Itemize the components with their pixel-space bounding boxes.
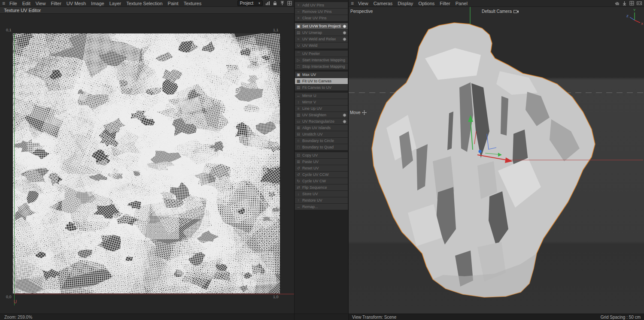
menu-filter[interactable]: Filter	[437, 0, 453, 7]
uv-canvas[interactable]	[13, 33, 280, 293]
gear-icon[interactable]	[343, 113, 346, 117]
viewport-menu: ViewCamerasDisplayOptionsFilterPanel	[355, 0, 470, 7]
cmd-label: Cycle UV CW	[302, 179, 346, 183]
move-icon	[362, 110, 367, 115]
cmd-copy-uv: ⊡Copy UV	[295, 152, 348, 158]
gear-icon[interactable]	[343, 37, 346, 41]
u-axis-line	[14, 294, 294, 294]
menu-edit[interactable]: Edit	[20, 0, 33, 7]
remap-icon: →	[296, 205, 301, 209]
cmd-label: Copy UV	[302, 153, 346, 157]
cmd-label: Cycle UV CCW	[302, 172, 346, 177]
viewport-scene[interactable]: Y Z X	[349, 7, 643, 314]
menu-image[interactable]: Image	[88, 0, 107, 7]
cmd-set-uvw-from-projection[interactable]: ▣Set UVW from Projection	[295, 23, 348, 29]
gear-icon[interactable]	[343, 120, 346, 124]
cmd-max-uv[interactable]: ▣Max UV	[295, 72, 348, 78]
cmd-label: Mirror U	[302, 94, 346, 98]
grab-icon[interactable]	[615, 1, 620, 6]
snapshot-icon[interactable]	[280, 1, 285, 6]
menu-view[interactable]: View	[355, 0, 371, 7]
cmd-label: Set UVW from Projection	[302, 24, 341, 28]
cmd-label: Store UV	[302, 192, 346, 196]
menu-uv-mesh[interactable]: UV Mesh	[64, 0, 88, 7]
menu-view[interactable]: View	[33, 0, 49, 7]
cmd-label: Mirror V	[302, 100, 346, 104]
view-mode-label[interactable]: Perspective	[350, 9, 373, 14]
layout-icon[interactable]	[629, 1, 634, 6]
lock-icon[interactable]	[273, 1, 277, 6]
uv-command-list: +Add UV Pins−Remove UV Pins×Clear UV Pin…	[295, 0, 348, 314]
gear-icon[interactable]	[343, 31, 346, 35]
peeler-icon: ⌒	[296, 52, 301, 56]
active-camera-label[interactable]: Default Camera	[482, 9, 519, 14]
command-panel-statusbar	[295, 314, 348, 320]
menu-filter[interactable]: Filter	[48, 0, 64, 7]
menu-cameras[interactable]: Cameras	[371, 0, 395, 7]
menu-textures[interactable]: Textures	[181, 0, 204, 7]
uv-editor-menubar-right: Project ▾	[237, 0, 292, 6]
cmd-stop-interactive-mapping: □Stop Interactive Mapping	[295, 63, 348, 69]
mirror-v-icon: ↕	[296, 100, 301, 104]
restore-icon: ↑	[296, 199, 301, 202]
cmd-label: Paste UV	[302, 160, 346, 164]
uv-corner-00: 0,0	[6, 295, 12, 299]
hamburger-icon[interactable]: ≡	[2, 1, 5, 6]
layout-icon[interactable]	[287, 1, 292, 6]
cmd-label: Line Up UV	[302, 106, 346, 111]
rectangularize-icon: ▭	[296, 120, 301, 124]
cmd-fit-uv-to-canvas[interactable]: ▦Fit UV to Canvas	[295, 78, 348, 84]
axis-z-label: Z	[626, 14, 629, 18]
minimize-icon[interactable]	[622, 1, 627, 6]
cycle-cw-icon: ↻	[296, 179, 301, 183]
active-tool-label: Move	[350, 110, 367, 115]
cmd-paste-uv: ⊞Paste UV	[295, 159, 348, 165]
film-icon[interactable]	[637, 1, 642, 6]
axis-y-label: Y	[633, 8, 636, 12]
u-axis-label: U	[14, 299, 17, 304]
cmd-unstitch-uv: ⊟Unstitch UV	[295, 131, 348, 137]
menu-file[interactable]: File	[7, 0, 20, 7]
uv-editor-menubar: ≡ FileEditViewFilterUV MeshImageLayerTex…	[0, 0, 294, 7]
menu-display[interactable]: Display	[395, 0, 416, 7]
max-uv-icon: ▣	[296, 73, 301, 77]
cmd-clear-uv-pins: ×Clear UV Pins	[295, 15, 348, 21]
stats-icon[interactable]	[265, 1, 270, 6]
reset-icon: ↺	[296, 166, 301, 170]
unwrap-icon: ▤	[296, 31, 301, 35]
cmd-remap: →Remap...	[295, 204, 348, 210]
cmd-label: Unstitch UV	[302, 132, 346, 136]
viewport-3d[interactable]: Perspective Default Camera Move	[349, 7, 644, 314]
fit-uv-icon: ▦	[296, 79, 301, 83]
start-mapping-icon: ▷	[296, 58, 301, 62]
gear-icon[interactable]	[343, 24, 346, 28]
cmd-label: UV Unwrap	[302, 30, 341, 35]
uv-editor-statusbar: Zoom: 259.0%	[0, 314, 294, 320]
menu-texture-selection[interactable]: Texture Selection	[124, 0, 165, 7]
cmd-label: Fit UV to Canvas	[302, 79, 346, 83]
weld-icon: ∪	[296, 44, 301, 48]
store-icon: ↓	[296, 192, 301, 196]
viewport-menubar: ≡ ViewCamerasDisplayOptionsFilterPanel	[349, 0, 644, 7]
cmd-flip-sequence: ⇄Flip Sequence	[295, 184, 348, 190]
chevron-down-icon: ▾	[258, 1, 260, 5]
hamburger-icon[interactable]: ≡	[351, 1, 354, 6]
gizmo-center-handle[interactable]	[479, 150, 482, 153]
menu-options[interactable]: Options	[416, 0, 437, 7]
cmd-label: Reset UV	[302, 166, 346, 170]
menu-paint[interactable]: Paint	[165, 0, 181, 7]
view-transform-status: View Transform: Scene	[352, 315, 396, 320]
menu-layer[interactable]: Layer	[107, 0, 124, 7]
cmd-label: UV Weld	[302, 43, 346, 48]
cmd-label: Start Interactive Mapping	[302, 58, 346, 62]
axis-indicator: Y Z X	[626, 8, 643, 26]
add-pin-icon: +	[296, 3, 301, 7]
cmd-mirror-u: ↔Mirror U	[295, 93, 348, 99]
copy-icon: ⊡	[296, 154, 301, 157]
uv-corner-10: 1,0	[273, 295, 279, 299]
project-dropdown[interactable]: Project ▾	[237, 0, 263, 6]
menu-panel[interactable]: Panel	[453, 0, 470, 7]
cycle-ccw-icon: ↺	[296, 173, 301, 177]
cmd-label: Fit Canvas to UV	[302, 85, 346, 90]
cmd-uv-weld: ∪UV Weld	[295, 42, 348, 48]
